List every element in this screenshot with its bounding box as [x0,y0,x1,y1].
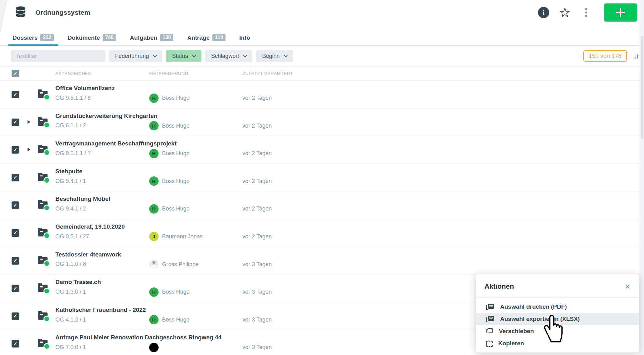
owner-avatar: H [149,149,159,158]
tab-info[interactable]: Info [235,34,255,45]
owner-avatar: J [149,232,159,241]
app-title: Ordnungssystem [35,9,90,16]
chevron-down-icon [153,53,157,57]
app-header: Ordnungssystem i [0,0,644,25]
dossier-folder-icon [38,257,48,264]
scrollbar[interactable] [640,0,644,355]
dossier-reference: OG 9.5.1.1 / 8 [55,95,115,101]
table-row[interactable]: ✓ Office Volumenlizenz OG 9.5.1.1 / 8 H … [0,81,644,109]
table-row[interactable]: ✓ Gemeinderat, 19.10.2020 OG 0.5.1 / 27 … [0,219,644,247]
owner-avatar: H [149,121,159,130]
owner-avatar: H [149,94,159,103]
last-modified: vor 2 Tagen [242,205,272,212]
filter-status[interactable]: Status [166,50,201,62]
row-checkbox[interactable]: ✓ [12,174,19,181]
status-dot-icon [44,261,49,266]
select-all-checkbox[interactable]: ✓ [12,70,19,77]
tab-antraege[interactable]: Anträge 114 [183,34,230,45]
popup-title: Aktionen [484,282,514,291]
table-row[interactable]: ✓ Stehpulte OG 9.4.1 / 1 H Boss Hugo vor… [0,164,644,192]
row-checkbox[interactable]: ✓ [12,285,19,292]
menu-item-export-xlsx[interactable]: Auswahl exportieren (XLSX) [476,313,639,325]
dossier-title[interactable]: Vertragsmanagement Beschaffungsprojekt [55,140,177,147]
favorite-button[interactable] [559,7,571,18]
scrollbar-thumb[interactable] [641,36,643,139]
table-row[interactable]: ✓ Beschaffung Möbel OG 9.4.1 / 2 H Boss … [0,191,644,219]
last-modified: vor 2 Tagen [242,150,272,157]
dossier-title[interactable]: Beschaffung Möbel [55,195,110,203]
dossier-title[interactable]: Katholischer Frauenbund - 2022 [55,307,146,314]
owner-name: Boss Hugo [162,289,190,295]
tab-dossiers[interactable]: Dossiers 222 [8,34,58,45]
filter-bar: Federführung Status Schlagwort Beginn 15… [0,46,644,67]
status-dot-icon [44,233,49,238]
owner-avatar: H [149,204,159,214]
info-icon: i [538,7,549,18]
row-checkbox[interactable]: ✓ [12,257,19,265]
row-checkbox[interactable]: ✓ [12,229,19,237]
menu-item-verschieben[interactable]: Verschieben [476,325,639,337]
table-header: ✓ AKTENZEICHEN FEDERFÜHRUNG ZULETZT VERÄ… [0,67,644,81]
row-checkbox[interactable]: ✓ [12,340,19,347]
add-button[interactable] [604,3,637,22]
folder-dash [40,314,43,315]
sort-arrows-icon[interactable]: ↓↑ [633,52,638,60]
owner-avatar: H [149,176,159,186]
actions-menu: Auswahl drucken (PDF) Auswahl exportiere… [476,298,639,349]
row-checkbox[interactable]: ✓ [12,201,19,209]
filter-schlagwort[interactable]: Schlagwort [205,50,252,62]
tab-aufgaben[interactable]: Aufgaben 130 [125,34,178,45]
row-checkbox[interactable]: ✓ [12,119,19,126]
folder-dash [40,286,43,287]
filter-federfuehrung[interactable]: Federführung [109,50,162,62]
folder-dash [40,92,43,94]
dossier-reference: OG 6.1.1 / 2 [55,122,157,129]
info-button[interactable]: i [538,7,550,18]
folder-dash [40,120,43,121]
database-icon [13,5,28,20]
dossier-folder-icon [38,312,48,320]
expand-caret-icon[interactable] [28,120,30,124]
more-options-button[interactable] [580,7,592,18]
row-checkbox[interactable]: ✓ [12,146,19,154]
text-filter-input[interactable] [11,50,105,62]
dossier-reference: OG 0.5.1 / 27 [55,233,125,240]
column-aktenzeichen: AKTENZEICHEN [55,71,92,76]
status-dot-icon [44,317,49,321]
dossier-folder-icon [38,91,48,98]
dossier-reference: OG 9.4.1 / 2 [55,205,110,212]
menu-item-print-pdf[interactable]: Auswahl drucken (PDF) [476,301,639,313]
owner-avatar: H [149,315,159,324]
owner-name: Boss Hugo [162,317,190,323]
dossier-folder-icon [38,340,48,347]
dossier-reference: OG 9.4.1 / 1 [55,178,86,185]
row-checkbox[interactable]: ✓ [12,91,19,98]
star-icon [560,7,570,18]
dossier-title[interactable]: Testdossier 4teamwork [55,251,121,258]
expand-caret-icon[interactable] [28,148,30,151]
last-modified: vor 2 Tagen [242,123,272,129]
dossier-folder-icon [38,201,48,209]
row-checkbox[interactable]: ✓ [12,312,19,320]
copy-icon [486,341,492,346]
dossier-title[interactable]: Demo Trasse.ch [55,279,101,286]
filter-beginn[interactable]: Beginn [256,50,293,62]
dossier-title[interactable]: Stehpulte [55,168,86,175]
result-count-badge: 151 von 178 [583,50,627,62]
dossier-title[interactable]: Anfrage Paul Meier Renovation Dachgescho… [55,334,221,341]
close-icon[interactable]: × [625,282,630,291]
table-row[interactable]: ✓ Vertragsmanagement Beschaffungsprojekt… [0,136,644,164]
dossier-title[interactable]: Grundstückerweiterung Kirchgarten [55,113,157,120]
menu-item-kopieren[interactable]: Kopieren [476,337,639,349]
dossier-title[interactable]: Office Volumenlizenz [55,85,115,92]
table-row[interactable]: ✓ Grundstückerweiterung Kirchgarten OG 6… [0,109,644,136]
status-dot-icon [44,344,49,349]
last-modified: vor 3 Tagen [242,344,272,351]
chevron-down-icon [192,53,196,57]
dossier-title[interactable]: Gemeinderat, 19.10.2020 [55,223,125,231]
app-window: Ordnungssystem i Dossiers 222 Dokumente … [0,0,644,355]
tab-dokumente[interactable]: Dokumente 746 [63,34,120,45]
table-row[interactable]: ✓ Testdossier 4teamwork OG 1.1.0 / 8 Gro… [0,247,644,275]
owner-avatar: H [149,287,159,297]
move-icon [486,328,493,334]
